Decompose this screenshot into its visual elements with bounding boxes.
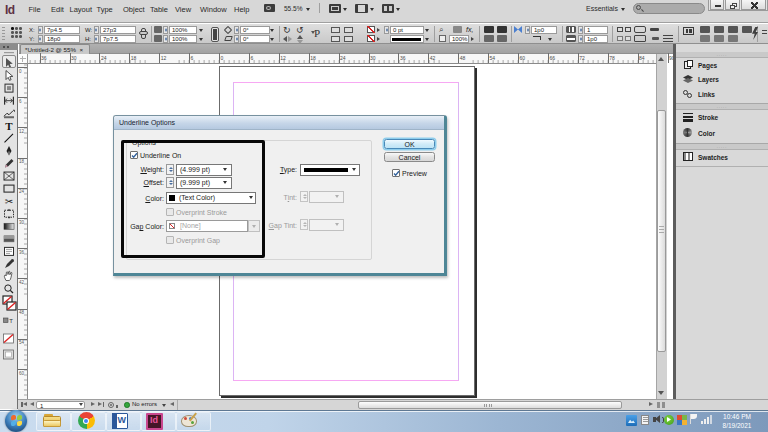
svg-text:T: T bbox=[5, 120, 13, 132]
svg-text:✂: ✂ bbox=[5, 196, 13, 207]
svg-text:T: T bbox=[9, 318, 13, 324]
